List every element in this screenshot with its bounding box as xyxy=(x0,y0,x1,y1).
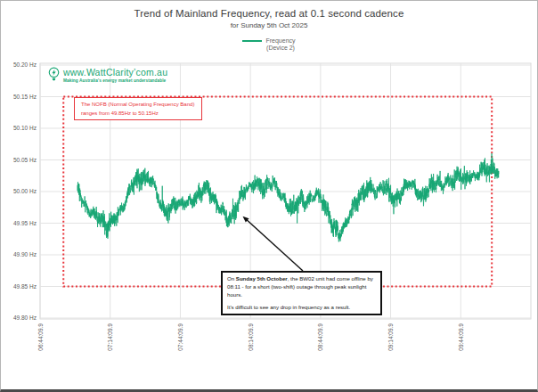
event-note-paragraph-1: On Sunday 5th October, the BW02 unit had… xyxy=(227,275,376,298)
x-axis-tick-label: 08:14:09.9 xyxy=(248,323,254,351)
x-axis-tick-label: 07:14:09.9 xyxy=(107,323,113,351)
logo-tagline: Making Australia's energy market underst… xyxy=(63,78,167,83)
y-axis-tick-label: 49.90 Hz xyxy=(13,251,37,257)
wattclarity-logo: www.WattClarity’com.au Making Australia'… xyxy=(47,67,167,83)
nofb-annotation-box: The NOFB (Normal Operating Frequency Ban… xyxy=(74,97,202,120)
x-axis-tick-label: 07:44:09.9 xyxy=(177,323,183,351)
chart-frame: Trend of Mainland Frequency, read at 0.1… xyxy=(0,0,538,392)
y-axis-tick-label: 49.95 Hz xyxy=(13,220,37,226)
y-axis-tick-label: 49.85 Hz xyxy=(13,283,37,290)
y-axis-tick-label: 50.00 Hz xyxy=(13,188,37,194)
frequency-chart: 50.20 Hz50.15 Hz50.10 Hz50.05 Hz50.00 Hz… xyxy=(1,1,538,392)
x-axis-tick-label: 08:44:09.9 xyxy=(317,323,323,351)
nofb-line1: The NOFB (Normal Operating Frequency Ban… xyxy=(81,101,199,110)
frequency-trace xyxy=(77,153,499,241)
y-axis-tick-label: 50.05 Hz xyxy=(13,157,37,163)
y-axis-tick-label: 50.15 Hz xyxy=(13,94,37,100)
y-axis-tick-label: 49.80 Hz xyxy=(13,314,37,321)
logo-url-text: www.WattClarity’com.au xyxy=(63,67,167,78)
x-axis-tick-label: 09:44:09.9 xyxy=(458,323,464,351)
x-axis-tick-label: 09:14:09.9 xyxy=(387,323,394,351)
annotation-arrow-line xyxy=(246,219,303,271)
lightbulb-icon xyxy=(47,67,61,82)
y-axis-tick-label: 50.20 Hz xyxy=(13,61,37,68)
y-axis-tick-label: 50.10 Hz xyxy=(13,125,37,131)
x-axis-tick-label: 06:44:09.9 xyxy=(37,323,44,351)
nofb-line2: ranges from 49.85Hz to 50.15Hz xyxy=(81,110,199,118)
event-note-paragraph-2: It's difficult to see any drop in freque… xyxy=(227,304,376,312)
event-note-box: On Sunday 5th October, the BW02 unit had… xyxy=(221,271,382,315)
